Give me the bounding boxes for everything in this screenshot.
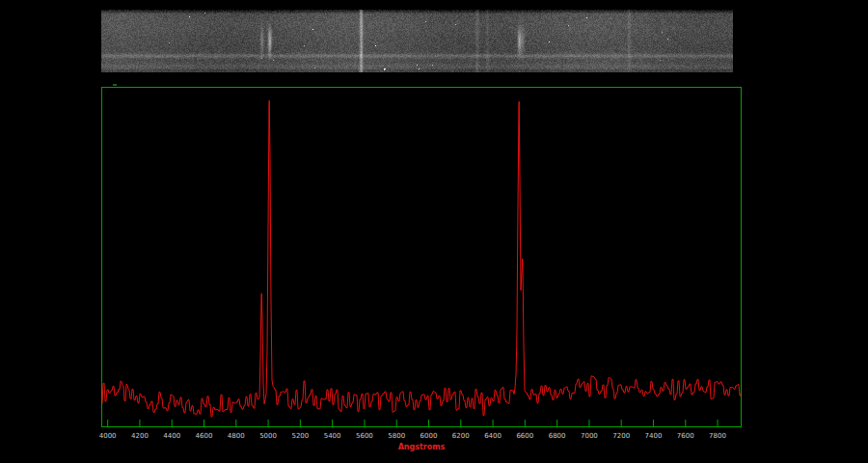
x-axis-tick-label: 4600 <box>196 432 213 440</box>
x-axis-tick-label: 6800 <box>549 432 566 440</box>
spectrum-plot-canvas[interactable] <box>101 87 742 427</box>
x-axis-tick-label: 4000 <box>99 432 117 440</box>
x-axis-tick-label: 6600 <box>516 432 533 440</box>
x-axis-tick-label: 7600 <box>677 432 694 440</box>
x-axis-tick-label: 5400 <box>324 432 341 440</box>
x-axis-tick-label: 5200 <box>291 432 309 440</box>
x-axis-tick-label: 4400 <box>163 432 180 440</box>
spectrum-trace <box>101 100 742 417</box>
spectrum-plot-window[interactable] <box>101 87 742 427</box>
x-axis-tick-label: 7800 <box>709 432 726 440</box>
x-axis-tick-label: 4800 <box>228 432 245 440</box>
x-axis-label: Angstroms <box>101 443 742 451</box>
spectrum-2d-image[interactable] <box>101 10 733 72</box>
plot-border <box>102 88 742 427</box>
x-axis-tick-label: 4200 <box>131 432 149 440</box>
x-axis-tick-label: 5000 <box>259 432 277 440</box>
screen: 4000420044004600480050005200540056005800… <box>0 0 868 463</box>
x-axis-tick-label: 5800 <box>388 432 405 440</box>
x-axis-tick-label: 5600 <box>356 432 373 440</box>
plot-corner-marker <box>113 84 117 86</box>
x-axis-tick-label: 7000 <box>581 432 598 440</box>
x-axis-tick-label: 6400 <box>484 432 502 440</box>
x-axis-tick-label: 7200 <box>612 432 630 440</box>
x-axis-tick-label: 6200 <box>452 432 470 440</box>
x-axis-tick-label: 7400 <box>645 432 663 440</box>
x-axis-tick-label: 6000 <box>420 432 438 440</box>
